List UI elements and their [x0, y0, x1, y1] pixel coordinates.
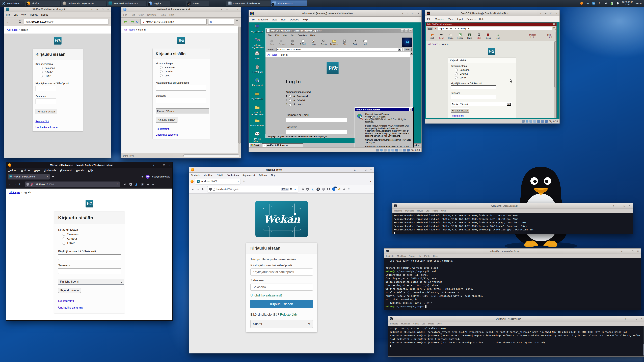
- menu-item[interactable]: Ohje: [440, 210, 447, 212]
- language-select[interactable]: Finnish / Suomi ∨: [58, 279, 124, 285]
- extension-shield-icon[interactable]: [306, 188, 309, 191]
- radio-button[interactable]: [62, 233, 65, 236]
- language-select[interactable]: Finnish / Suomi ▼: [451, 102, 512, 106]
- tab-list-chevron-icon[interactable]: ∨: [369, 180, 373, 183]
- url-input[interactable]: http://192.168.0.20:8000/: [24, 19, 109, 24]
- dillo-save-button[interactable]: Save: [465, 33, 474, 39]
- menu-item[interactable]: View: [446, 17, 455, 20]
- forgot-password-link[interactable]: Unohtuiko salasana: [36, 126, 58, 129]
- menu-item[interactable]: Etsi: [420, 323, 427, 325]
- new-tab-button[interactable]: +: [240, 179, 247, 183]
- forward-icon[interactable]: →: [13, 183, 18, 186]
- minimize-button[interactable]: ∧: [354, 168, 356, 171]
- links-button[interactable]: Links: [403, 48, 412, 51]
- select-dropdown-icon[interactable]: ▼: [507, 103, 511, 106]
- maximize-button[interactable]: □: [231, 8, 234, 11]
- maximize-button[interactable]: □: [623, 204, 626, 207]
- maximize-button[interactable]: □: [101, 8, 104, 10]
- menu-item[interactable]: Tiedosto: [189, 174, 202, 176]
- taskbar-item-firefox[interactable]: Firefox 3: [25, 0, 60, 6]
- minimize-button[interactable]: ∧: [90, 8, 93, 10]
- vertical-scrollbar[interactable]: [238, 26, 241, 153]
- extension-puzzle-icon[interactable]: [146, 183, 150, 186]
- all-pages-link[interactable]: All Pages: [7, 28, 18, 31]
- menu-item[interactable]: Machine: [433, 17, 446, 20]
- reload-icon[interactable]: C: [18, 20, 21, 24]
- minimize-button[interactable]: ∧: [401, 12, 404, 15]
- ie-refresh-button[interactable]: Refresh: [298, 39, 308, 45]
- menu-item[interactable]: Sivuhistoria: [225, 174, 241, 176]
- win95-desktop-icon[interactable]: Recycle Bin: [250, 64, 264, 73]
- radio-button[interactable]: [289, 103, 292, 106]
- menu-item[interactable]: Etsi: [416, 255, 423, 257]
- terminal-output[interactable]: ResourceLoader: Finished load of: "http:…: [392, 213, 633, 234]
- minimize-button[interactable]: –: [157, 164, 160, 166]
- menu-item[interactable]: Pääte: [431, 210, 440, 212]
- menu-item[interactable]: Edit: [129, 13, 137, 16]
- new-tab-button[interactable]: +: [50, 175, 56, 179]
- username-input[interactable]: [250, 269, 313, 276]
- forward-icon[interactable]: ⇨: [131, 19, 134, 24]
- volume-icon[interactable]: [604, 1, 608, 5]
- menu-item[interactable]: Edit: [273, 34, 281, 36]
- menu-item[interactable]: Inspect: [28, 13, 40, 16]
- password-input[interactable]: [58, 269, 121, 274]
- notification-bell-icon[interactable]: [616, 1, 620, 5]
- menu-item[interactable]: Edit: [12, 13, 20, 16]
- search-input[interactable]: G: [208, 19, 234, 25]
- dialog-titlebar[interactable]: About Internet Explorer ×: [355, 108, 413, 111]
- close-button[interactable]: ×: [417, 12, 420, 15]
- extension-puzzle-icon[interactable]: [343, 188, 346, 191]
- ie-print-button[interactable]: Print: [339, 39, 350, 45]
- ie-forward-button[interactable]: Forward: [277, 39, 287, 45]
- menu-item[interactable]: Machine: [256, 18, 270, 21]
- menu-item[interactable]: Help: [301, 18, 310, 21]
- menu-item[interactable]: Muokkaa: [19, 169, 32, 172]
- search-icon[interactable]: [553, 27, 556, 30]
- extension-shield-icon[interactable]: [130, 183, 132, 186]
- ie-titlebar[interactable]: e WeKan ® Multiverse - Microsoft Interne…: [266, 29, 412, 33]
- radio-button[interactable]: [62, 242, 65, 245]
- menu-item[interactable]: Muokkaa: [396, 255, 407, 257]
- ie-search-button[interactable]: Search: [318, 39, 329, 45]
- win95-task-button[interactable]: e WeKan ® Multiverse ...: [262, 143, 303, 147]
- firefox-titlebar[interactable]: Mozilla Firefox ∧–□×: [189, 167, 374, 173]
- radio-button[interactable]: [289, 99, 292, 102]
- win95-desktop-icon[interactable]: Online Services: [250, 118, 264, 127]
- menu-item[interactable]: Näytä: [412, 323, 420, 325]
- vbox-tray-icon[interactable]: [580, 1, 584, 5]
- minimize-button[interactable]: –: [359, 168, 362, 171]
- minimize-button[interactable]: –: [406, 12, 409, 15]
- radio-button[interactable]: [40, 67, 42, 69]
- dillo-bookmarks-button[interactable]: Book: [484, 33, 493, 39]
- win95-desktop-icon[interactable]: Inbox: [250, 51, 264, 60]
- reload-icon[interactable]: ↻: [136, 20, 139, 24]
- close-button[interactable]: ×: [168, 164, 171, 166]
- taskbar-item-terminal[interactable]: $_ Pääte 5: [186, 0, 209, 6]
- close-button[interactable]: ×: [236, 8, 239, 11]
- tab-close-icon[interactable]: ×: [46, 175, 48, 178]
- all-pages-link[interactable]: All Pages: [268, 53, 278, 56]
- address-input[interactable]: http://192.168.0.20:8000/ ▼: [276, 48, 402, 51]
- menu-item[interactable]: Näytä: [32, 169, 42, 172]
- register-link[interactable]: Rekisteröidy: [280, 313, 298, 316]
- signin-button[interactable]: Kirjaudu sisään: [58, 288, 81, 293]
- username-input[interactable]: [58, 254, 121, 260]
- radio-button[interactable]: [62, 238, 65, 240]
- menu-item[interactable]: View: [137, 13, 146, 16]
- password-input[interactable]: [250, 284, 313, 291]
- reload-icon[interactable]: ↻: [18, 183, 22, 186]
- url-bar[interactable]: 192.168.0.20:8000 ☆: [25, 182, 120, 187]
- menu-item[interactable]: Muokkaa: [202, 174, 215, 176]
- menu-item[interactable]: Näytä: [407, 255, 416, 257]
- dillo-file-button[interactable]: File: [427, 27, 433, 30]
- firefox-pin-icon[interactable]: [190, 180, 194, 183]
- username-input[interactable]: [156, 85, 206, 90]
- dillo-home-button[interactable]: Home: [446, 33, 456, 39]
- close-button[interactable]: ×: [555, 12, 558, 14]
- url-bar[interactable]: localhost:4000/sign-in 130 % ★: [207, 186, 298, 192]
- dillo-forward-button[interactable]: Forw: [437, 33, 446, 39]
- menu-item[interactable]: Muokkaa: [404, 210, 416, 212]
- forward-icon[interactable]: →: [196, 188, 200, 191]
- menu-item[interactable]: Go: [289, 34, 296, 36]
